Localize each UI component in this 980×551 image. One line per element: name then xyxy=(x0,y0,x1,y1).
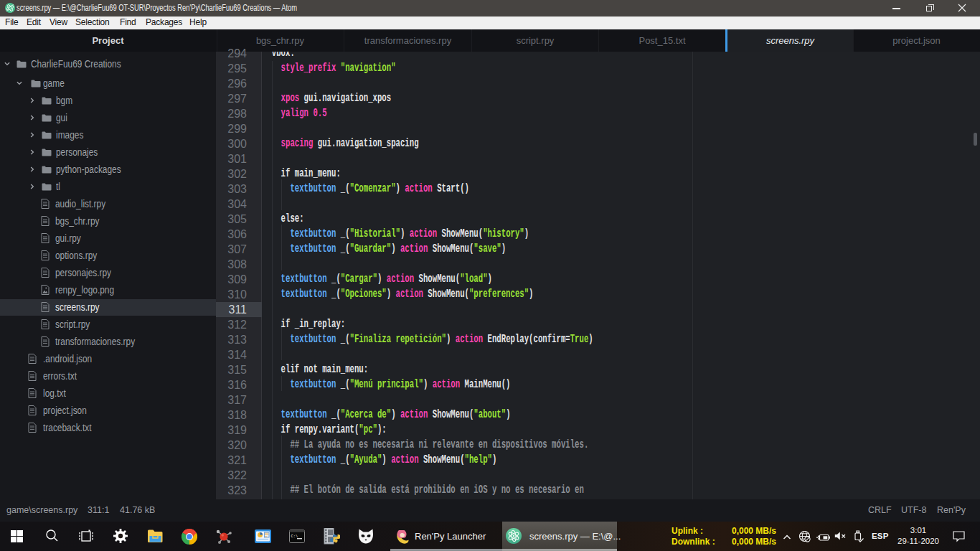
svg-text:C:\: C:\ xyxy=(291,534,298,539)
